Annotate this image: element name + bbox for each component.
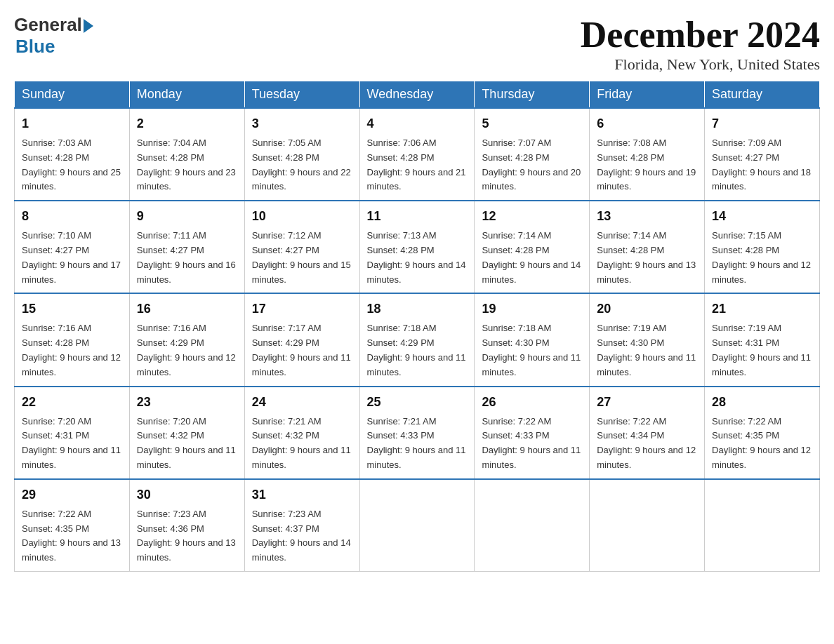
day-info: Sunrise: 7:03 AMSunset: 4:28 PMDaylight:… bbox=[22, 137, 121, 192]
day-info: Sunrise: 7:19 AMSunset: 4:31 PMDaylight:… bbox=[712, 323, 811, 377]
day-cell-16: 16 Sunrise: 7:16 AMSunset: 4:29 PMDaylig… bbox=[129, 293, 244, 386]
day-info: Sunrise: 7:12 AMSunset: 4:27 PMDaylight:… bbox=[252, 230, 351, 284]
weekday-header-saturday: Saturday bbox=[705, 81, 820, 109]
day-number: 1 bbox=[22, 114, 122, 133]
day-cell-29: 29 Sunrise: 7:22 AMSunset: 4:35 PMDaylig… bbox=[15, 479, 130, 572]
day-info: Sunrise: 7:21 AMSunset: 4:33 PMDaylight:… bbox=[367, 416, 466, 470]
day-cell-20: 20 Sunrise: 7:19 AMSunset: 4:30 PMDaylig… bbox=[590, 293, 705, 386]
day-info: Sunrise: 7:22 AMSunset: 4:34 PMDaylight:… bbox=[597, 416, 696, 470]
title-block: December 2024 Florida, New York, United … bbox=[581, 14, 820, 74]
day-number: 16 bbox=[137, 300, 237, 318]
day-number: 18 bbox=[367, 300, 468, 318]
day-number: 7 bbox=[712, 114, 812, 133]
weekday-header-tuesday: Tuesday bbox=[244, 81, 359, 109]
logo-general-text: General bbox=[14, 14, 82, 36]
day-cell-22: 22 Sunrise: 7:20 AMSunset: 4:31 PMDaylig… bbox=[15, 387, 130, 479]
day-cell-2: 2 Sunrise: 7:04 AMSunset: 4:28 PMDayligh… bbox=[129, 108, 244, 201]
empty-cell bbox=[590, 479, 705, 572]
day-cell-3: 3 Sunrise: 7:05 AMSunset: 4:28 PMDayligh… bbox=[244, 108, 359, 201]
day-info: Sunrise: 7:23 AMSunset: 4:37 PMDaylight:… bbox=[252, 509, 351, 563]
day-info: Sunrise: 7:05 AMSunset: 4:28 PMDaylight:… bbox=[252, 137, 351, 192]
logo-arrow-icon bbox=[84, 19, 93, 33]
day-info: Sunrise: 7:13 AMSunset: 4:28 PMDaylight:… bbox=[367, 230, 466, 284]
day-cell-28: 28 Sunrise: 7:22 AMSunset: 4:35 PMDaylig… bbox=[705, 387, 820, 479]
day-number: 29 bbox=[22, 485, 122, 504]
day-number: 3 bbox=[252, 114, 352, 133]
day-cell-25: 25 Sunrise: 7:21 AMSunset: 4:33 PMDaylig… bbox=[359, 387, 475, 479]
day-number: 28 bbox=[712, 393, 812, 412]
day-cell-21: 21 Sunrise: 7:19 AMSunset: 4:31 PMDaylig… bbox=[705, 293, 820, 386]
day-number: 15 bbox=[22, 300, 122, 318]
day-info: Sunrise: 7:21 AMSunset: 4:32 PMDaylight:… bbox=[252, 416, 351, 470]
day-cell-8: 8 Sunrise: 7:10 AMSunset: 4:27 PMDayligh… bbox=[15, 201, 130, 293]
day-info: Sunrise: 7:18 AMSunset: 4:29 PMDaylight:… bbox=[367, 323, 466, 377]
day-number: 4 bbox=[367, 114, 468, 133]
calendar-table: SundayMondayTuesdayWednesdayThursdayFrid… bbox=[14, 81, 820, 572]
day-cell-31: 31 Sunrise: 7:23 AMSunset: 4:37 PMDaylig… bbox=[244, 479, 359, 572]
week-row-2: 8 Sunrise: 7:10 AMSunset: 4:27 PMDayligh… bbox=[15, 201, 820, 293]
weekday-header-wednesday: Wednesday bbox=[359, 81, 475, 109]
day-info: Sunrise: 7:22 AMSunset: 4:35 PMDaylight:… bbox=[22, 509, 121, 563]
day-cell-19: 19 Sunrise: 7:18 AMSunset: 4:30 PMDaylig… bbox=[475, 293, 590, 386]
location-title: Florida, New York, United States bbox=[581, 55, 820, 74]
day-number: 8 bbox=[22, 207, 122, 226]
day-info: Sunrise: 7:10 AMSunset: 4:27 PMDaylight:… bbox=[22, 230, 121, 284]
day-number: 13 bbox=[597, 207, 697, 226]
week-row-4: 22 Sunrise: 7:20 AMSunset: 4:31 PMDaylig… bbox=[15, 387, 820, 479]
day-number: 10 bbox=[252, 207, 352, 226]
day-number: 20 bbox=[597, 300, 697, 318]
day-cell-12: 12 Sunrise: 7:14 AMSunset: 4:28 PMDaylig… bbox=[475, 201, 590, 293]
day-info: Sunrise: 7:16 AMSunset: 4:28 PMDaylight:… bbox=[22, 323, 121, 377]
day-number: 23 bbox=[137, 393, 237, 412]
week-row-3: 15 Sunrise: 7:16 AMSunset: 4:28 PMDaylig… bbox=[15, 293, 820, 386]
day-cell-14: 14 Sunrise: 7:15 AMSunset: 4:28 PMDaylig… bbox=[705, 201, 820, 293]
day-info: Sunrise: 7:06 AMSunset: 4:28 PMDaylight:… bbox=[367, 137, 466, 192]
day-number: 25 bbox=[367, 393, 468, 412]
page-header: General Blue December 2024 Florida, New … bbox=[14, 14, 820, 74]
weekday-header-sunday: Sunday bbox=[15, 81, 130, 109]
day-number: 27 bbox=[597, 393, 697, 412]
day-info: Sunrise: 7:14 AMSunset: 4:28 PMDaylight:… bbox=[482, 230, 581, 284]
day-info: Sunrise: 7:17 AMSunset: 4:29 PMDaylight:… bbox=[252, 323, 351, 377]
empty-cell bbox=[475, 479, 590, 572]
day-cell-7: 7 Sunrise: 7:09 AMSunset: 4:27 PMDayligh… bbox=[705, 108, 820, 201]
weekday-header-row: SundayMondayTuesdayWednesdayThursdayFrid… bbox=[15, 81, 820, 109]
week-row-5: 29 Sunrise: 7:22 AMSunset: 4:35 PMDaylig… bbox=[15, 479, 820, 572]
day-info: Sunrise: 7:16 AMSunset: 4:29 PMDaylight:… bbox=[137, 323, 236, 377]
day-cell-10: 10 Sunrise: 7:12 AMSunset: 4:27 PMDaylig… bbox=[244, 201, 359, 293]
weekday-header-thursday: Thursday bbox=[475, 81, 590, 109]
day-info: Sunrise: 7:07 AMSunset: 4:28 PMDaylight:… bbox=[482, 137, 581, 192]
day-info: Sunrise: 7:08 AMSunset: 4:28 PMDaylight:… bbox=[597, 137, 696, 192]
day-cell-27: 27 Sunrise: 7:22 AMSunset: 4:34 PMDaylig… bbox=[590, 387, 705, 479]
day-info: Sunrise: 7:19 AMSunset: 4:30 PMDaylight:… bbox=[597, 323, 696, 377]
day-cell-5: 5 Sunrise: 7:07 AMSunset: 4:28 PMDayligh… bbox=[475, 108, 590, 201]
day-cell-30: 30 Sunrise: 7:23 AMSunset: 4:36 PMDaylig… bbox=[129, 479, 244, 572]
weekday-header-friday: Friday bbox=[590, 81, 705, 109]
day-number: 11 bbox=[367, 207, 468, 226]
day-cell-9: 9 Sunrise: 7:11 AMSunset: 4:27 PMDayligh… bbox=[129, 201, 244, 293]
day-info: Sunrise: 7:18 AMSunset: 4:30 PMDaylight:… bbox=[482, 323, 581, 377]
day-info: Sunrise: 7:22 AMSunset: 4:35 PMDaylight:… bbox=[712, 416, 811, 470]
day-info: Sunrise: 7:20 AMSunset: 4:31 PMDaylight:… bbox=[22, 416, 121, 470]
day-cell-13: 13 Sunrise: 7:14 AMSunset: 4:28 PMDaylig… bbox=[590, 201, 705, 293]
day-number: 30 bbox=[137, 485, 237, 504]
day-info: Sunrise: 7:15 AMSunset: 4:28 PMDaylight:… bbox=[712, 230, 811, 284]
day-info: Sunrise: 7:11 AMSunset: 4:27 PMDaylight:… bbox=[137, 230, 236, 284]
day-info: Sunrise: 7:22 AMSunset: 4:33 PMDaylight:… bbox=[482, 416, 581, 470]
day-cell-23: 23 Sunrise: 7:20 AMSunset: 4:32 PMDaylig… bbox=[129, 387, 244, 479]
day-number: 12 bbox=[482, 207, 582, 226]
day-number: 6 bbox=[597, 114, 697, 133]
day-number: 31 bbox=[252, 485, 352, 504]
day-cell-11: 11 Sunrise: 7:13 AMSunset: 4:28 PMDaylig… bbox=[359, 201, 475, 293]
day-number: 9 bbox=[137, 207, 237, 226]
day-number: 14 bbox=[712, 207, 812, 226]
day-cell-24: 24 Sunrise: 7:21 AMSunset: 4:32 PMDaylig… bbox=[244, 387, 359, 479]
day-info: Sunrise: 7:04 AMSunset: 4:28 PMDaylight:… bbox=[137, 137, 236, 192]
weekday-header-monday: Monday bbox=[129, 81, 244, 109]
empty-cell bbox=[705, 479, 820, 572]
day-number: 26 bbox=[482, 393, 582, 412]
week-row-1: 1 Sunrise: 7:03 AMSunset: 4:28 PMDayligh… bbox=[15, 108, 820, 201]
day-info: Sunrise: 7:23 AMSunset: 4:36 PMDaylight:… bbox=[137, 509, 236, 563]
day-cell-6: 6 Sunrise: 7:08 AMSunset: 4:28 PMDayligh… bbox=[590, 108, 705, 201]
day-cell-26: 26 Sunrise: 7:22 AMSunset: 4:33 PMDaylig… bbox=[475, 387, 590, 479]
